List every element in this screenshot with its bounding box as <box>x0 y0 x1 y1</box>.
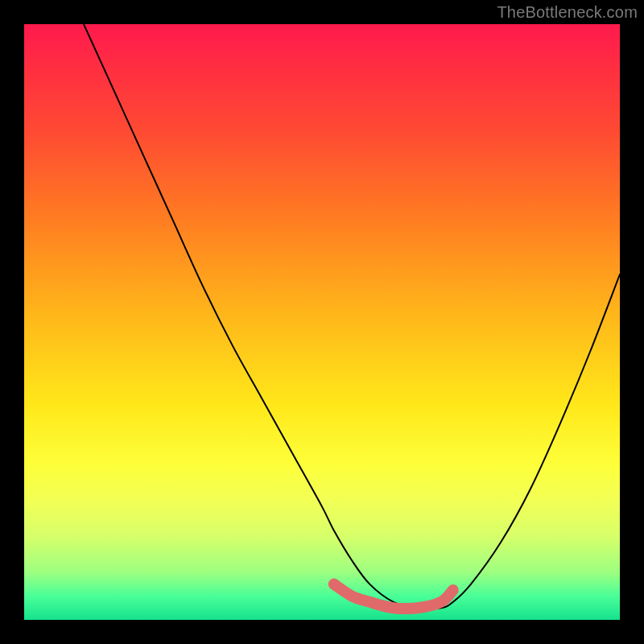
curve-layer <box>24 24 620 620</box>
plot-area <box>24 24 620 620</box>
bottleneck-curve-black <box>84 24 620 609</box>
watermark-text: TheBottleneck.com <box>497 3 638 22</box>
bottleneck-highlight-pink <box>334 584 453 609</box>
chart-frame: TheBottleneck.com <box>0 0 644 644</box>
